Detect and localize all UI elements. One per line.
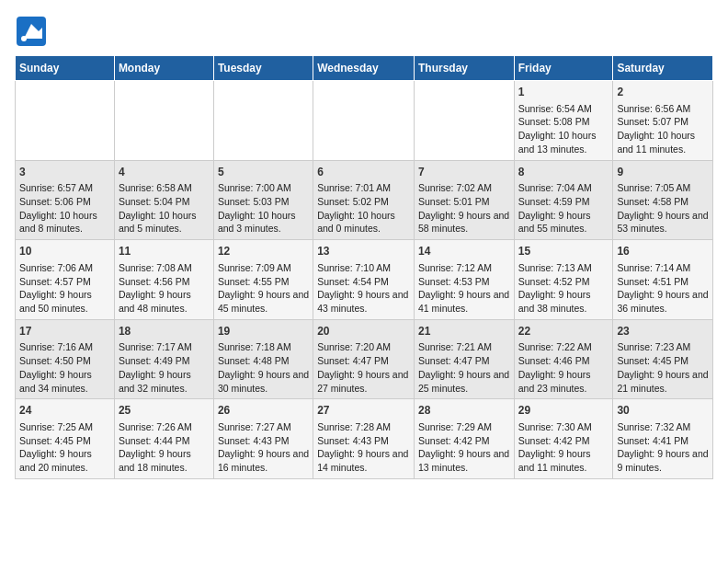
calendar-week-row: 1Sunrise: 6:54 AM Sunset: 5:08 PM Daylig… — [16, 81, 713, 161]
calendar-cell — [16, 81, 115, 161]
calendar-cell: 21Sunrise: 7:21 AM Sunset: 4:47 PM Dayli… — [414, 319, 514, 399]
calendar-cell: 13Sunrise: 7:10 AM Sunset: 4:54 PM Dayli… — [313, 240, 415, 320]
calendar: SundayMondayTuesdayWednesdayThursdayFrid… — [15, 55, 713, 479]
day-info: Sunrise: 7:18 AM Sunset: 4:48 PM Dayligh… — [218, 340, 309, 395]
logo — [15, 15, 53, 48]
logo-icon — [15, 15, 48, 48]
day-number: 26 — [218, 403, 309, 419]
calendar-cell: 4Sunrise: 6:58 AM Sunset: 5:04 PM Daylig… — [114, 160, 213, 240]
day-info: Sunrise: 7:17 AM Sunset: 4:49 PM Dayligh… — [119, 340, 210, 395]
calendar-week-row: 3Sunrise: 6:57 AM Sunset: 5:06 PM Daylig… — [16, 160, 713, 240]
calendar-cell: 20Sunrise: 7:20 AM Sunset: 4:47 PM Dayli… — [313, 319, 415, 399]
day-info: Sunrise: 7:01 AM Sunset: 5:02 PM Dayligh… — [317, 181, 410, 236]
day-info: Sunrise: 7:22 AM Sunset: 4:46 PM Dayligh… — [518, 340, 609, 395]
day-info: Sunrise: 7:00 AM Sunset: 5:03 PM Dayligh… — [218, 181, 309, 236]
day-number: 19 — [218, 324, 309, 339]
calendar-cell: 9Sunrise: 7:05 AM Sunset: 4:58 PM Daylig… — [613, 160, 713, 240]
day-number: 23 — [617, 324, 709, 339]
day-info: Sunrise: 7:20 AM Sunset: 4:47 PM Dayligh… — [317, 340, 410, 395]
day-number: 9 — [617, 165, 709, 180]
day-info: Sunrise: 7:29 AM Sunset: 4:42 PM Dayligh… — [418, 420, 510, 475]
day-info: Sunrise: 7:27 AM Sunset: 4:43 PM Dayligh… — [218, 420, 309, 475]
weekday-header: Tuesday — [213, 56, 313, 81]
page-header — [15, 15, 713, 48]
day-info: Sunrise: 6:56 AM Sunset: 5:07 PM Dayligh… — [617, 102, 709, 156]
calendar-cell: 16Sunrise: 7:14 AM Sunset: 4:51 PM Dayli… — [613, 240, 713, 320]
calendar-cell: 30Sunrise: 7:32 AM Sunset: 4:41 PM Dayli… — [613, 399, 713, 479]
calendar-cell: 5Sunrise: 7:00 AM Sunset: 5:03 PM Daylig… — [213, 160, 313, 240]
calendar-cell: 6Sunrise: 7:01 AM Sunset: 5:02 PM Daylig… — [313, 160, 415, 240]
day-info: Sunrise: 7:21 AM Sunset: 4:47 PM Dayligh… — [418, 340, 510, 395]
day-number: 16 — [617, 244, 709, 259]
day-info: Sunrise: 7:05 AM Sunset: 4:58 PM Dayligh… — [617, 181, 709, 236]
calendar-cell: 28Sunrise: 7:29 AM Sunset: 4:42 PM Dayli… — [414, 399, 514, 479]
calendar-cell: 7Sunrise: 7:02 AM Sunset: 5:01 PM Daylig… — [414, 160, 514, 240]
calendar-cell: 27Sunrise: 7:28 AM Sunset: 4:43 PM Dayli… — [313, 399, 415, 479]
weekday-header: Saturday — [613, 56, 713, 81]
calendar-cell: 18Sunrise: 7:17 AM Sunset: 4:49 PM Dayli… — [114, 319, 213, 399]
calendar-cell: 2Sunrise: 6:56 AM Sunset: 5:07 PM Daylig… — [613, 81, 713, 161]
day-info: Sunrise: 7:06 AM Sunset: 4:57 PM Dayligh… — [19, 261, 110, 316]
day-info: Sunrise: 7:09 AM Sunset: 4:55 PM Dayligh… — [218, 261, 309, 316]
day-number: 21 — [418, 324, 510, 339]
day-number: 25 — [119, 403, 210, 419]
calendar-cell: 24Sunrise: 7:25 AM Sunset: 4:45 PM Dayli… — [16, 399, 115, 479]
day-info: Sunrise: 6:58 AM Sunset: 5:04 PM Dayligh… — [119, 181, 210, 236]
day-info: Sunrise: 7:04 AM Sunset: 4:59 PM Dayligh… — [518, 181, 609, 236]
day-number: 4 — [119, 165, 210, 180]
day-info: Sunrise: 6:54 AM Sunset: 5:08 PM Dayligh… — [518, 102, 609, 156]
calendar-cell: 10Sunrise: 7:06 AM Sunset: 4:57 PM Dayli… — [16, 240, 115, 320]
day-number: 29 — [518, 403, 609, 419]
calendar-header-row: SundayMondayTuesdayWednesdayThursdayFrid… — [16, 56, 713, 81]
day-number: 8 — [518, 165, 609, 180]
day-info: Sunrise: 7:30 AM Sunset: 4:42 PM Dayligh… — [518, 420, 609, 475]
day-number: 13 — [317, 244, 410, 259]
day-info: Sunrise: 7:28 AM Sunset: 4:43 PM Dayligh… — [317, 420, 410, 475]
weekday-header: Thursday — [414, 56, 514, 81]
calendar-cell: 23Sunrise: 7:23 AM Sunset: 4:45 PM Dayli… — [613, 319, 713, 399]
calendar-cell: 26Sunrise: 7:27 AM Sunset: 4:43 PM Dayli… — [213, 399, 313, 479]
day-number: 15 — [518, 244, 609, 259]
day-number: 17 — [19, 324, 110, 339]
calendar-body: 1Sunrise: 6:54 AM Sunset: 5:08 PM Daylig… — [16, 81, 713, 479]
day-info: Sunrise: 6:57 AM Sunset: 5:06 PM Dayligh… — [19, 181, 110, 236]
day-info: Sunrise: 7:08 AM Sunset: 4:56 PM Dayligh… — [119, 261, 210, 316]
weekday-header: Friday — [514, 56, 613, 81]
day-info: Sunrise: 7:26 AM Sunset: 4:44 PM Dayligh… — [119, 420, 210, 475]
day-number: 14 — [418, 244, 510, 259]
calendar-week-row: 10Sunrise: 7:06 AM Sunset: 4:57 PM Dayli… — [16, 240, 713, 320]
day-info: Sunrise: 7:25 AM Sunset: 4:45 PM Dayligh… — [19, 420, 110, 475]
day-number: 7 — [418, 165, 510, 180]
day-number: 3 — [19, 165, 110, 180]
calendar-week-row: 24Sunrise: 7:25 AM Sunset: 4:45 PM Dayli… — [16, 399, 713, 479]
calendar-cell — [213, 81, 313, 161]
calendar-cell: 3Sunrise: 6:57 AM Sunset: 5:06 PM Daylig… — [16, 160, 115, 240]
calendar-cell: 15Sunrise: 7:13 AM Sunset: 4:52 PM Dayli… — [514, 240, 613, 320]
calendar-cell: 1Sunrise: 6:54 AM Sunset: 5:08 PM Daylig… — [514, 81, 613, 161]
day-number: 30 — [617, 403, 709, 419]
day-info: Sunrise: 7:14 AM Sunset: 4:51 PM Dayligh… — [617, 261, 709, 316]
calendar-week-row: 17Sunrise: 7:16 AM Sunset: 4:50 PM Dayli… — [16, 319, 713, 399]
day-number: 5 — [218, 165, 309, 180]
day-number: 12 — [218, 244, 309, 259]
calendar-cell: 8Sunrise: 7:04 AM Sunset: 4:59 PM Daylig… — [514, 160, 613, 240]
day-info: Sunrise: 7:13 AM Sunset: 4:52 PM Dayligh… — [518, 261, 609, 316]
day-number: 6 — [317, 165, 410, 180]
calendar-cell: 11Sunrise: 7:08 AM Sunset: 4:56 PM Dayli… — [114, 240, 213, 320]
calendar-cell: 22Sunrise: 7:22 AM Sunset: 4:46 PM Dayli… — [514, 319, 613, 399]
calendar-cell: 17Sunrise: 7:16 AM Sunset: 4:50 PM Dayli… — [16, 319, 115, 399]
day-info: Sunrise: 7:10 AM Sunset: 4:54 PM Dayligh… — [317, 261, 410, 316]
day-number: 11 — [119, 244, 210, 259]
weekday-header: Monday — [114, 56, 213, 81]
day-number: 27 — [317, 403, 410, 419]
day-info: Sunrise: 7:02 AM Sunset: 5:01 PM Dayligh… — [418, 181, 510, 236]
svg-point-2 — [21, 36, 27, 41]
calendar-cell — [313, 81, 415, 161]
calendar-cell: 29Sunrise: 7:30 AM Sunset: 4:42 PM Dayli… — [514, 399, 613, 479]
day-info: Sunrise: 7:16 AM Sunset: 4:50 PM Dayligh… — [19, 340, 110, 395]
day-number: 22 — [518, 324, 609, 339]
day-info: Sunrise: 7:23 AM Sunset: 4:45 PM Dayligh… — [617, 340, 709, 395]
day-number: 18 — [119, 324, 210, 339]
day-number: 28 — [418, 403, 510, 419]
calendar-cell — [114, 81, 213, 161]
